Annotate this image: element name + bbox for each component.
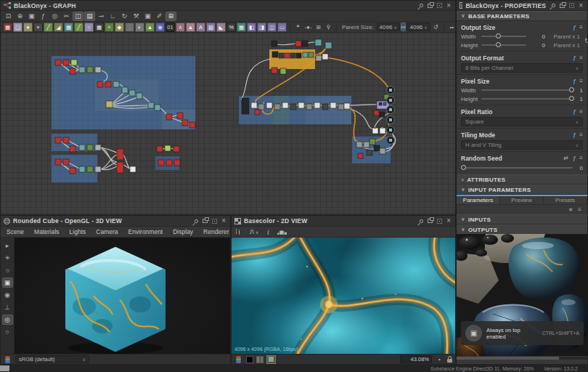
directional-blur-node-icon[interactable]: ◢ <box>54 23 63 32</box>
curve-node-icon[interactable]: ╱ <box>44 23 53 32</box>
parent-size-width-dropdown[interactable]: 4096 ∨ <box>377 23 400 31</box>
instance-link-icon[interactable]: •• <box>447 23 457 32</box>
fit-view-icon[interactable]: ⊡ <box>3 12 14 21</box>
input-parameters-tabs-1[interactable]: Preview <box>500 196 544 204</box>
geometry-icon[interactable]: ○ <box>2 327 13 337</box>
resize-grip[interactable] <box>0 365 9 371</box>
blend-switch-node-icon[interactable]: ▭ <box>277 23 287 32</box>
screenshot-icon[interactable]: ▣ <box>26 12 37 21</box>
maximize-panel-icon[interactable] <box>437 3 442 8</box>
function-icon[interactable]: ƒ <box>573 24 576 31</box>
pin-panel-icon[interactable] <box>551 3 556 8</box>
blend-multiply-node-icon[interactable]: ◫ <box>267 23 277 32</box>
directional-warp-node-icon[interactable]: ╱ <box>74 23 83 32</box>
search-icon[interactable]: ◎ <box>49 12 60 21</box>
svg-node-icon[interactable]: ▢ <box>13 23 23 32</box>
menu-icon[interactable]: ≡ <box>579 54 583 61</box>
function-icon[interactable]: ƒ <box>573 54 576 61</box>
float-panel-icon[interactable] <box>428 4 433 8</box>
view3d-menubar-2[interactable]: Lights <box>70 228 86 235</box>
view3d-menubar-5[interactable]: Display <box>173 228 193 235</box>
paint-node-icon[interactable]: ◆ <box>115 23 124 32</box>
blend-add-node-icon[interactable]: ◨ <box>257 23 266 32</box>
levels-node-icon[interactable]: ▲ <box>145 23 155 32</box>
lock-zoom-icon[interactable] <box>447 359 452 363</box>
float-panel-icon[interactable] <box>560 4 565 8</box>
uv-mode-dropdown[interactable]: UV ∨ <box>250 227 259 237</box>
splatter-node-icon[interactable]: + <box>105 23 114 32</box>
view3d-menubar-4[interactable]: Environment <box>128 228 163 235</box>
tools-icon[interactable]: ⚒ <box>131 12 142 21</box>
parent-size-height-dropdown[interactable]: 4096 ∨ <box>407 23 430 31</box>
link-create-icon[interactable]: ⊸ <box>96 12 107 21</box>
graph-view-icon[interactable]: ◫ <box>73 12 83 21</box>
screenshot-icon[interactable]: ▣ <box>2 278 13 288</box>
bitmap-node-icon[interactable]: ▦ <box>3 23 12 32</box>
pixel-height-slider[interactable] <box>481 98 573 100</box>
base-parameters-header[interactable]: ∨ BASE PARAMETERS <box>457 11 587 21</box>
view3d-menubar-0[interactable]: Scene <box>7 228 24 235</box>
tiling-swatch[interactable] <box>256 356 264 363</box>
uniform-color-node-icon[interactable]: 01 <box>166 23 175 32</box>
input-parameters-tabs-2[interactable]: Presets <box>544 196 587 204</box>
flood-fill-node-icon[interactable]: ◣ <box>216 23 226 32</box>
pixel-width-slider[interactable] <box>481 89 573 91</box>
shuffle-icon[interactable]: ⇄ <box>563 155 568 161</box>
light-icon[interactable]: ☀ <box>2 253 13 263</box>
selection-node-icon[interactable]: ▧ <box>206 23 216 32</box>
histogram-icon[interactable]: ▂▅▃ <box>277 227 287 237</box>
menu-icon[interactable]: ≡ <box>579 24 583 31</box>
tiling-mode-dropdown[interactable]: H and V Tiling ∨ <box>461 140 583 150</box>
channel-shuffle-node-icon[interactable]: × <box>33 23 43 32</box>
colorspace-dropdown[interactable]: sRGB (default) ∨ <box>15 355 89 363</box>
menu-icon[interactable]: ≡ <box>579 132 583 138</box>
menu-icon[interactable]: ≡ <box>579 108 583 115</box>
disconnect-link-icon[interactable]: ✂ <box>61 12 72 21</box>
function-icon[interactable]: ƒ <box>573 108 576 115</box>
viewport-2d[interactable]: 4096 x 4096 (RGBA, 16bpc) <box>232 238 455 354</box>
dot-node-icon[interactable]: -●- <box>303 23 313 32</box>
gradient-map-node-icon[interactable]: ‥ <box>125 23 134 32</box>
image-display-icon[interactable] <box>266 355 276 364</box>
reset-size-icon[interactable]: ↺ <box>431 23 441 32</box>
shape-node-icon[interactable]: ○ <box>84 23 94 32</box>
link-size-icon[interactable]: ∞ <box>401 23 407 31</box>
live-compute-icon[interactable]: ↻ <box>119 12 130 21</box>
grid-node-icon[interactable]: ▦ <box>237 23 246 32</box>
hsl-node-icon[interactable]: ◉ <box>155 23 165 32</box>
link-elbow-icon[interactable]: ∟ <box>107 12 118 21</box>
warning-node-icon[interactable]: ▲ <box>186 23 195 32</box>
tile-sampler-node-icon[interactable]: ▦ <box>94 23 104 32</box>
outputs-header[interactable]: ∨ OUTPUTS <box>457 225 587 235</box>
blend-copy-node-icon[interactable]: ◧ <box>247 23 256 32</box>
maximize-panel-icon[interactable] <box>212 219 217 224</box>
settings-gear-icon[interactable]: ∗ <box>568 206 573 213</box>
clean-graph-icon[interactable]: ✐ <box>154 12 165 21</box>
menu-icon[interactable]: ≡ <box>579 155 583 161</box>
blur-node-icon[interactable]: ● <box>23 23 33 32</box>
wireframe-icon[interactable]: ◎ <box>2 315 13 325</box>
output-width-slider[interactable] <box>481 36 526 37</box>
input-parameters-tabs-0[interactable]: Parameters <box>457 196 500 204</box>
float-panel-icon[interactable] <box>428 219 433 223</box>
menu-icon[interactable]: ≡ <box>579 78 583 84</box>
horizontal-scrollbar[interactable] <box>457 357 588 360</box>
frame-capture-icon[interactable]: ▣ <box>142 12 153 21</box>
attributes-header[interactable]: > ATTRIBUTES <box>457 174 587 185</box>
gradient-node-icon[interactable]: ◐ <box>135 23 144 32</box>
quantize-node-icon[interactable]: % <box>226 23 236 32</box>
presets-menu-icon[interactable]: ≡ <box>578 206 581 213</box>
random-seed-slider[interactable] <box>461 167 573 169</box>
function-icon[interactable]: ƒ <box>573 78 576 84</box>
float-panel-icon[interactable] <box>203 219 208 223</box>
node-function-icon[interactable]: ƒ <box>38 12 49 21</box>
input-parameters-header[interactable]: ∨ INPUT PARAMETERS <box>457 185 587 195</box>
pin-panel-icon[interactable] <box>419 3 424 8</box>
zoom-level-input[interactable] <box>400 355 432 363</box>
material-mode-icon[interactable]: ◉ <box>2 290 13 300</box>
node-graph-canvas[interactable] <box>1 33 455 214</box>
color-channels-icon[interactable] <box>4 356 12 363</box>
view3d-menubar-3[interactable]: Camera <box>96 228 118 235</box>
output-format-dropdown[interactable]: 8 Bits per Channel ∨ <box>461 63 583 73</box>
frame-tool-icon[interactable]: ⊞ <box>314 23 323 32</box>
